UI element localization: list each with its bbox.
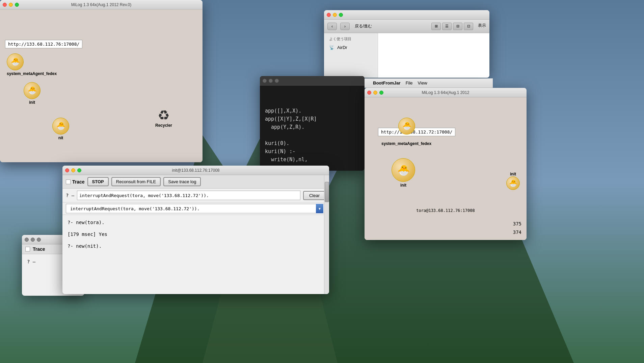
agent-init-label: init <box>24 100 41 105</box>
small-trace-label: Trace <box>33 246 45 252</box>
file-menu-item[interactable]: File <box>406 80 413 86</box>
maximize-icon[interactable] <box>275 79 279 83</box>
trace-checkbox-group[interactable]: Trace <box>66 179 85 185</box>
prompt-symbol: ? – <box>66 193 74 198</box>
milog-bg-title: MiLog 1.3 64x(Aug.1 2012 Rev.0) <box>71 2 132 7</box>
airdrop-label: AirDr <box>337 45 347 50</box>
agent-init[interactable]: 🐣 init <box>24 82 41 105</box>
number-375: 375 <box>513 220 521 228</box>
maximize-button[interactable] <box>339 13 343 17</box>
recycler-icon[interactable]: ♻ Recycler <box>155 107 172 128</box>
second-init-face: 🐣 <box>506 176 520 190</box>
tora-addr: tora@133.68.112.76:17008 <box>365 208 527 213</box>
scrollbar-track[interactable] <box>324 175 329 294</box>
close-button[interactable] <box>3 3 7 7</box>
agent-main[interactable]: 🐣 system_metaAgent_fedex <box>7 53 57 76</box>
milog-second-window: MiLog 1.3 64x(Aug.1 2012 http://133.68.1… <box>365 88 527 240</box>
minimize-button[interactable] <box>333 13 337 17</box>
prolog-titlebar <box>260 76 365 86</box>
init-titlebar: init@133.68.112.76:17008 <box>62 166 329 175</box>
list-view-button[interactable]: ☰ <box>442 23 452 30</box>
output-line-5: ?- new(nit). <box>68 242 324 250</box>
dropdown-arrow-button[interactable]: ▼ <box>316 204 323 213</box>
column-view-button[interactable]: ⊟ <box>453 23 462 30</box>
output-line-3: [179 msec] Yes <box>68 230 324 239</box>
second-agent-init-face: 🐣 <box>392 158 415 182</box>
sidebar-section-label: よく使う項目 <box>324 35 378 43</box>
prolog-window: app([],X,X). app([X|Y],Z,[X|R] app(Y,Z,R… <box>260 76 365 171</box>
agent-main-face: 🐣 <box>7 53 24 70</box>
agent-main-label: system_metaAgent_fedex <box>7 71 57 76</box>
finder-body: よく使う項目 📡 AirDr <box>324 33 489 78</box>
view-menu-item[interactable]: View <box>418 80 427 86</box>
minimize-button[interactable] <box>373 91 377 95</box>
second-init-label: init <box>506 172 520 176</box>
agent-nit[interactable]: 🐣 nit <box>52 118 69 140</box>
scrollbar-thumb[interactable] <box>325 182 329 202</box>
close-button[interactable] <box>65 168 69 172</box>
back-button[interactable]: ‹ <box>327 23 337 30</box>
close-button[interactable] <box>367 91 371 95</box>
query-text-input[interactable] <box>77 191 300 200</box>
maximize-button[interactable] <box>77 168 81 172</box>
app-name-menu-item[interactable]: BootFromJar <box>373 80 401 86</box>
recycler-label: Recycler <box>155 123 172 128</box>
init-traffic-lights <box>65 168 81 172</box>
second-agent-face-area[interactable]: 🐣 <box>398 118 415 135</box>
second-agent-init-area[interactable]: 🐣 init <box>392 158 415 188</box>
dropdown-value-text: interruptAndRequest(tora, move('133.68.1… <box>68 206 316 211</box>
milog-bg-traffic-lights <box>3 3 19 7</box>
display-label: 表示 <box>478 23 486 30</box>
code-text: app([],X,X). app([X|Y],Z,[X|R] app(Y,Z,R… <box>265 107 359 164</box>
maximize-icon[interactable] <box>37 238 41 242</box>
close-button[interactable] <box>327 13 331 17</box>
forward-button[interactable]: › <box>340 23 350 30</box>
finder-traffic-lights <box>327 13 343 17</box>
minimize-button[interactable] <box>71 168 75 172</box>
init-window-title: init@133.68.112.76:17008 <box>172 168 220 173</box>
small-trace-checkbox[interactable] <box>25 247 30 251</box>
output-line-4 <box>68 239 324 242</box>
agent-nit-face: 🐣 <box>52 118 69 135</box>
prolog-traffic-lights <box>263 79 279 83</box>
finder-main <box>378 33 489 78</box>
milog-second-traffic-lights <box>367 91 383 95</box>
dropdown-input-area: interruptAndRequest(tora, move('133.68.1… <box>62 202 329 215</box>
prolog-code: app([],X,X). app([X|Y],Z,[X|R] app(Y,Z,R… <box>260 86 365 171</box>
gallery-view-button[interactable]: ⊡ <box>464 23 473 30</box>
numbers-column: 375 374 <box>513 220 521 237</box>
query-input-area: ? – Clear <box>62 189 329 202</box>
airdrop-item[interactable]: 📡 AirDr <box>324 43 378 52</box>
finder-window: ‹ › 戻る/進む ⊞ ☰ ⊟ ⊡ 表示 よく使う項目 📡 AirDr <box>324 10 489 78</box>
output-line-1: ?- new(tora). <box>68 218 324 227</box>
dropdown-field[interactable]: interruptAndRequest(tora, move('133.68.1… <box>66 204 326 213</box>
clear-button[interactable]: Clear <box>303 191 326 200</box>
milog-bg-window: MiLog 1.3 64x(Aug.1 2012 Rev.0) http://1… <box>0 0 203 162</box>
agent-nit-label: nit <box>52 136 69 140</box>
icon-view-button[interactable]: ⊞ <box>431 23 441 30</box>
output-area: ?- new(tora). [179 msec] Yes ?- new(nit)… <box>62 215 329 254</box>
save-trace-button[interactable]: Save trace log <box>163 177 201 186</box>
url-text: http://133.68.112.76:17008/ <box>5 40 82 48</box>
trace-checkbox[interactable] <box>66 179 71 184</box>
minimize-button[interactable] <box>9 3 13 7</box>
second-agent-init-label: init <box>392 183 415 188</box>
second-agent-main-face: 🐣 <box>398 118 415 135</box>
maximize-button[interactable] <box>379 91 383 95</box>
view-buttons: ⊞ ☰ ⊟ ⊡ 表示 <box>431 23 486 30</box>
minimize-icon[interactable] <box>269 79 273 83</box>
finder-sidebar: よく使う項目 📡 AirDr <box>324 33 378 78</box>
second-url-text: http://133.68.112.72:17008/ <box>378 128 455 136</box>
reconsult-button[interactable]: Reconsult from FILE <box>111 177 161 186</box>
maximize-button[interactable] <box>15 3 19 7</box>
small-traffic-lights <box>25 238 41 242</box>
init-toolbar: Trace STOP Reconsult from FILE Save trac… <box>62 175 329 189</box>
close-icon[interactable] <box>263 79 267 83</box>
stop-button[interactable]: STOP <box>87 177 109 186</box>
milog-second-titlebar: MiLog 1.3 64x(Aug.1 2012 <box>365 88 527 97</box>
init-terminal-window[interactable]: init@133.68.112.76:17008 Trace STOP Reco… <box>62 166 329 294</box>
airdrop-icon: 📡 <box>329 45 334 50</box>
close-icon[interactable] <box>25 238 29 242</box>
minimize-icon[interactable] <box>31 238 35 242</box>
output-line-2 <box>68 227 324 230</box>
